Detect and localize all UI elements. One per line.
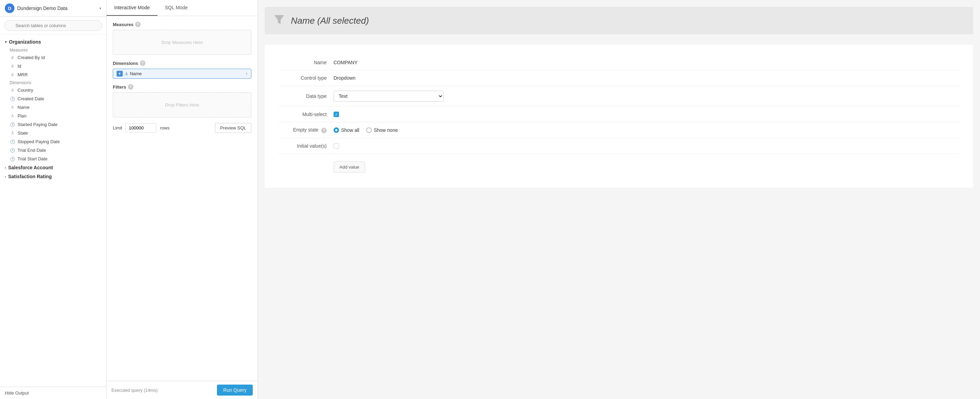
clock-icon: 🕐 — [10, 122, 15, 127]
run-query-button[interactable]: Run Query — [217, 385, 253, 396]
item-label: Id — [18, 63, 21, 69]
radio-show-all-label: Show all — [341, 127, 360, 133]
section-salesforce[interactable]: › Salesforce Account — [0, 163, 106, 172]
db-header[interactable]: D Dundersign Demo Data ▾ — [0, 0, 106, 17]
dimension-chip[interactable]: ▾ A Name ↑ — [113, 69, 251, 79]
filter-header-title: Name (All selected) — [291, 16, 369, 26]
form-section: Name COMPANY Control type Dropdown Data … — [265, 44, 973, 188]
limit-input[interactable] — [126, 123, 156, 133]
list-item[interactable]: 🕐 Trial End Date — [0, 146, 106, 155]
control-type-label: Control type — [278, 75, 327, 81]
clock-icon: 🕐 — [10, 157, 15, 162]
item-label: Country — [18, 87, 33, 93]
alpha-icon: A — [10, 87, 15, 93]
sidebar-content: ▾ Organizations Measures # Created By Id… — [0, 35, 106, 386]
alpha-icon: A — [10, 130, 15, 136]
list-item[interactable]: A Country — [0, 86, 106, 94]
expand-icon: › — [5, 174, 6, 179]
list-item[interactable]: 🕐 Created Date — [0, 94, 106, 103]
chip-name-label: Name — [130, 71, 243, 76]
left-panel: D Dundersign Demo Data ▾ 🔍 ▾ Organizatio… — [0, 0, 107, 399]
section-satisfaction[interactable]: › Satisfaction Rating — [0, 172, 106, 181]
item-label: Trial Start Date — [18, 156, 48, 162]
radio-show-all[interactable]: Show all — [334, 127, 360, 133]
form-row-empty-state: Empty state ? Show all Show none — [278, 122, 959, 138]
svg-marker-0 — [274, 15, 284, 24]
name-field-label: Name — [278, 60, 327, 65]
list-item[interactable]: # MRR — [0, 70, 106, 79]
sub-header-dimensions: Dimensions — [0, 79, 106, 86]
preview-sql-button[interactable]: Preview SQL — [215, 123, 251, 133]
list-item[interactable]: A State — [0, 129, 106, 137]
multiselect-checkbox[interactable]: ✓ — [334, 112, 339, 117]
add-value-button[interactable]: Add value — [334, 162, 365, 173]
tabs-bar: Interactive Mode SQL Mode — [107, 0, 258, 16]
data-type-select[interactable]: Text Number Date Boolean — [334, 91, 444, 101]
dimensions-help-icon[interactable]: ? — [140, 60, 145, 66]
radio-show-none[interactable]: Show none — [366, 127, 398, 133]
chevron-down-icon: ▾ — [99, 6, 102, 11]
filter-funnel-icon — [273, 13, 285, 28]
item-label: Created By Id — [18, 55, 45, 60]
section-organizations[interactable]: ▾ Organizations — [0, 37, 106, 46]
item-label: Started Paying Date — [18, 122, 57, 127]
clock-icon: 🕐 — [10, 97, 15, 101]
hash-icon: # — [10, 64, 15, 69]
hide-output-button[interactable]: Hide Output — [0, 386, 106, 399]
chip-sort-icon[interactable]: ↑ — [245, 71, 248, 76]
measures-drop-zone[interactable]: Drop Measures Here — [113, 30, 251, 55]
list-item[interactable]: # Created By Id — [0, 53, 106, 62]
list-item[interactable]: A Name — [0, 103, 106, 112]
section-label: Satisfaction Rating — [8, 174, 52, 179]
measures-help-icon[interactable]: ? — [135, 22, 141, 27]
list-item[interactable]: 🕐 Stopped Paying Date — [0, 137, 106, 146]
radio-group-empty-state: Show all Show none — [334, 127, 398, 133]
form-row-initial-values: Initial value(s) — [278, 138, 959, 154]
tab-sql[interactable]: SQL Mode — [158, 0, 195, 16]
tab-interactive[interactable]: Interactive Mode — [107, 0, 158, 16]
center-footer: Executed query (14ms) Run Query — [107, 381, 258, 399]
limit-row: Limit rows Preview SQL — [113, 123, 251, 133]
filters-drop-zone[interactable]: Drop Filters Here — [113, 92, 251, 117]
item-label: Created Date — [18, 96, 44, 101]
item-label: MRR — [18, 72, 28, 77]
db-title: Dundersign Demo Data — [17, 5, 97, 11]
checkmark-icon: ✓ — [335, 112, 338, 117]
item-label: Plan — [18, 113, 27, 119]
filters-label: Filters ? — [113, 84, 251, 90]
section-label: Organizations — [9, 39, 41, 44]
item-label: Trial End Date — [18, 148, 46, 153]
list-item[interactable]: A Plan — [0, 112, 106, 120]
search-input[interactable] — [4, 20, 102, 31]
measures-label: Measures ? — [113, 22, 251, 27]
multiselect-label: Multi-select — [278, 112, 327, 117]
radio-empty-icon — [366, 127, 372, 133]
executed-label: Executed query (14ms) — [111, 388, 158, 393]
form-row-name: Name COMPANY — [278, 55, 959, 70]
initial-values-checkbox[interactable] — [334, 143, 339, 149]
item-label: Stopped Paying Date — [18, 139, 60, 144]
hash-icon: # — [10, 55, 15, 60]
chip-dropdown-button[interactable]: ▾ — [116, 71, 123, 77]
chip-dropdown-icon: ▾ — [119, 71, 121, 76]
clock-icon: 🕐 — [10, 139, 15, 144]
right-panel: Name (All selected) Name COMPANY Control… — [258, 0, 980, 399]
item-label: State — [18, 130, 28, 136]
list-item[interactable]: 🕐 Trial Start Date — [0, 155, 106, 163]
rows-label: rows — [160, 125, 169, 130]
dimensions-label: Dimensions ? — [113, 60, 251, 66]
filters-help-icon[interactable]: ? — [128, 84, 134, 90]
empty-state-label: Empty state ? — [278, 127, 327, 133]
form-row-data-type: Data type Text Number Date Boolean — [278, 86, 959, 107]
chip-type-icon: A — [125, 71, 128, 77]
form-row-multiselect: Multi-select ✓ — [278, 107, 959, 122]
list-item[interactable]: 🕐 Started Paying Date — [0, 120, 106, 129]
filter-header-box: Name (All selected) — [265, 7, 973, 34]
form-row-control-type: Control type Dropdown — [278, 70, 959, 86]
data-type-label: Data type — [278, 93, 327, 99]
item-label: Name — [18, 105, 30, 110]
list-item[interactable]: # Id — [0, 62, 106, 70]
empty-state-help-icon[interactable]: ? — [321, 128, 327, 133]
control-type-value: Dropdown — [334, 75, 959, 81]
radio-show-none-label: Show none — [374, 127, 398, 133]
